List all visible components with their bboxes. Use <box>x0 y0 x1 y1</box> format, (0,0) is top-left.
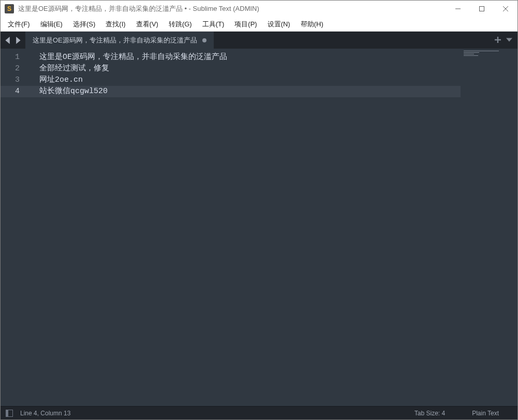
line-number[interactable]: 3 <box>1 74 29 86</box>
code-line[interactable]: 全部经过测试，修复 <box>29 63 461 74</box>
line-number[interactable]: 4 <box>1 86 29 97</box>
code-line[interactable]: 网址2oe.cn <box>29 74 461 86</box>
tab-strip: 这里是OE源码网，专注精品，并非自动采集的泛滥产品 <box>1 32 517 49</box>
nav-back-icon[interactable] <box>5 37 12 44</box>
line-number[interactable]: 2 <box>1 63 29 74</box>
code-line[interactable]: 站长微信qcgwl520 <box>29 86 461 97</box>
dirty-indicator-icon <box>202 38 206 42</box>
minimize-button[interactable] <box>446 1 470 17</box>
menu-view[interactable]: 查看(V) <box>131 18 164 31</box>
minimap[interactable] <box>461 49 517 406</box>
window-controls <box>446 1 517 17</box>
minimap-line <box>464 55 478 56</box>
minimap-line <box>464 52 479 53</box>
gutter[interactable]: 1 2 3 4 <box>1 49 29 406</box>
status-position[interactable]: Line 4, Column 13 <box>20 410 70 417</box>
menu-tools[interactable]: 工具(T) <box>197 18 230 31</box>
tab-dropdown-icon[interactable] <box>506 36 512 45</box>
line-number[interactable]: 1 <box>1 52 29 63</box>
menu-settings[interactable]: 设置(N) <box>262 18 295 31</box>
nav-arrows <box>1 32 25 49</box>
tab-spacer <box>214 32 490 49</box>
title-bar[interactable]: S 这里是OE源码网，专注精品，并非自动采集的泛滥产品 • - Sublime … <box>1 1 517 17</box>
status-syntax[interactable]: Plain Text <box>458 410 512 417</box>
menu-file[interactable]: 文件(F) <box>3 18 35 31</box>
menu-select[interactable]: 选择(S) <box>68 18 100 31</box>
menu-find[interactable]: 查找(I) <box>100 18 130 31</box>
tab-label: 这里是OE源码网，专注精品，并非自动采集的泛滥产品 <box>33 36 197 45</box>
menu-help[interactable]: 帮助(H) <box>295 18 329 31</box>
code-line[interactable]: 这里是OE源码网，专注精品，并非自动采集的泛滥产品 <box>29 52 461 63</box>
menu-project[interactable]: 项目(P) <box>229 18 262 31</box>
menu-goto[interactable]: 转跳(G) <box>164 18 197 31</box>
svg-rect-7 <box>495 39 501 40</box>
maximize-button[interactable] <box>470 1 494 17</box>
panel-switcher-icon[interactable] <box>6 410 13 417</box>
menu-edit[interactable]: 编辑(E) <box>35 18 68 31</box>
code-area[interactable]: 这里是OE源码网，专注精品，并非自动采集的泛滥产品 全部经过测试，修复 网址2o… <box>29 49 461 406</box>
minimap-line <box>464 51 499 51</box>
close-button[interactable] <box>494 1 517 17</box>
tab-controls <box>490 32 517 49</box>
status-tab-size[interactable]: Tab Size: 4 <box>401 410 458 417</box>
svg-marker-8 <box>506 38 512 41</box>
window-title: 这里是OE源码网，专注精品，并非自动采集的泛滥产品 • - Sublime Te… <box>18 4 446 13</box>
svg-marker-5 <box>16 37 20 44</box>
svg-marker-4 <box>5 37 9 44</box>
status-bar: Line 4, Column 13 Tab Size: 4 Plain Text <box>1 406 517 419</box>
new-tab-icon[interactable] <box>495 36 501 45</box>
app-icon: S <box>5 4 14 13</box>
svg-rect-1 <box>480 7 484 11</box>
editor-area: 1 2 3 4 这里是OE源码网，专注精品，并非自动采集的泛滥产品 全部经过测试… <box>1 49 517 406</box>
app-window: S 这里是OE源码网，专注精品，并非自动采集的泛滥产品 • - Sublime … <box>0 0 518 420</box>
file-tab[interactable]: 这里是OE源码网，专注精品，并非自动采集的泛滥产品 <box>25 32 214 49</box>
menu-bar: 文件(F) 编辑(E) 选择(S) 查找(I) 查看(V) 转跳(G) 工具(T… <box>1 17 517 32</box>
nav-forward-icon[interactable] <box>14 37 21 44</box>
minimap-line <box>464 54 474 54</box>
